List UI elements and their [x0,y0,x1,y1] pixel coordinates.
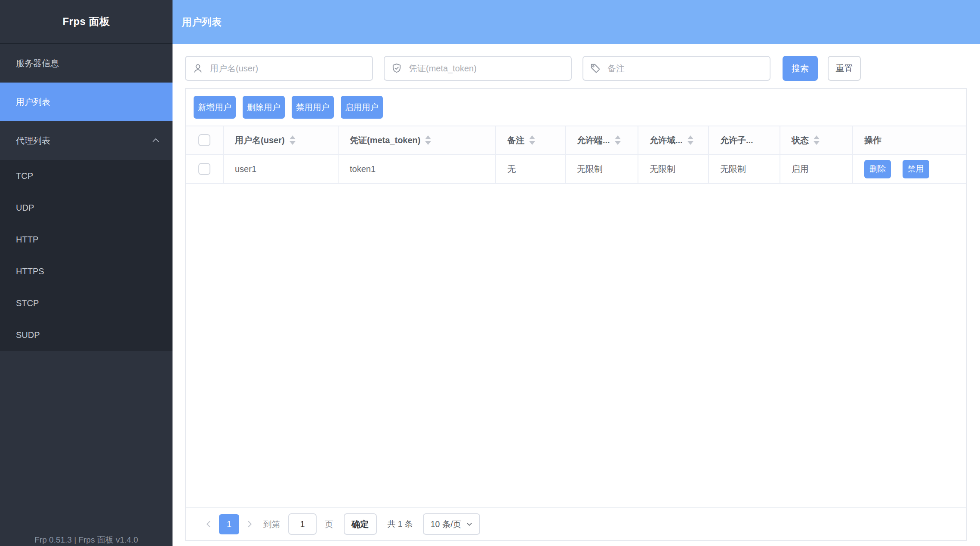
column-header-status[interactable]: 状态 [780,126,853,154]
goto-confirm-button[interactable]: 确定 [344,513,377,535]
username-search-input[interactable] [185,56,373,81]
cell-allow-ports: 无限制 [565,154,638,184]
note-search-input[interactable] [582,56,770,81]
sidebar-item-tcp[interactable]: TCP [0,160,173,192]
select-all-checkbox[interactable] [198,134,210,146]
user-table: 用户名(user) 凭证(meta_token) 备注 [186,126,966,184]
sidebar-item-http[interactable]: HTTP [0,224,173,255]
row-delete-button[interactable]: 删除 [864,160,891,178]
sidebar-item-sudp[interactable]: SUDP [0,319,173,351]
frps-dashboard: Frps 面板 服务器信息 用户列表 代理列表 TCP UDP HTTP HTT… [0,0,980,546]
chevron-up-icon [151,136,160,145]
sidebar-item-server-info[interactable]: 服务器信息 [0,44,173,83]
column-header-allow-domains[interactable]: 允许域... [638,126,709,154]
column-header-allow-subdomains: 允许子... [709,126,780,154]
cell-actions: 删除 禁用 [853,154,966,184]
note-search-field [582,56,770,81]
chevron-down-icon [465,520,474,528]
username-search-field [185,56,373,81]
column-label: 操作 [864,135,881,146]
row-disable-button[interactable]: 禁用 [903,160,929,178]
goto-page-suffix: 页 [325,518,333,530]
search-row: 搜索 重置 [185,56,967,81]
total-count-label: 共 1 条 [388,518,413,530]
sort-caret[interactable] [814,135,820,145]
column-header-actions: 操作 [853,126,966,154]
page-header: 用户列表 [173,0,980,44]
submenu-label: HTTPS [16,267,44,276]
next-page-button[interactable] [245,519,254,529]
toolbar: 新增用户 删除用户 禁用用户 启用用户 [186,89,966,126]
prev-page-button[interactable] [204,519,213,529]
table-empty-space [186,184,966,507]
column-label: 状态 [792,135,809,146]
token-search-input[interactable] [384,56,572,81]
app-title: Frps 面板 [0,0,173,44]
sort-caret[interactable] [615,135,621,145]
page-title: 用户列表 [182,15,222,29]
delete-users-button[interactable]: 删除用户 [243,96,285,119]
sidebar-item-label: 代理列表 [16,135,50,147]
row-checkbox[interactable] [198,163,210,175]
token-search-field [384,56,572,81]
column-label: 允许子... [720,135,753,146]
sidebar-item-https[interactable]: HTTPS [0,255,173,287]
proxy-submenu: TCP UDP HTTP HTTPS STCP SUDP [0,160,173,351]
submenu-label: STCP [16,298,39,308]
cell-token: token1 [338,154,496,184]
main-area: 用户列表 [173,0,980,546]
column-header-user[interactable]: 用户名(user) [223,126,338,154]
sort-caret[interactable] [425,135,431,145]
goto-page-prefix: 到第 [263,518,280,530]
table-header-row: 用户名(user) 凭证(meta_token) 备注 [186,126,966,154]
column-label: 备注 [507,135,524,146]
column-header-token[interactable]: 凭证(meta_token) [338,126,496,154]
column-label: 允许域... [650,135,683,146]
sidebar-item-stcp[interactable]: STCP [0,287,173,319]
submenu-label: TCP [16,171,33,181]
sidebar: Frps 面板 服务器信息 用户列表 代理列表 TCP UDP HTTP HTT… [0,0,173,546]
sidebar-item-proxy-list[interactable]: 代理列表 [0,121,173,160]
sidebar-item-label: 服务器信息 [16,58,59,69]
pagination: 1 到第 页 确定 共 1 条 10 条/页 [186,507,966,540]
cell-status: 启用 [780,154,853,184]
submenu-label: HTTP [16,235,38,245]
cell-allow-subdomains: 无限制 [709,154,780,184]
cell-user: user1 [223,154,338,184]
version-footer: Frp 0.51.3 | Frps 面板 v1.4.0 [0,534,173,546]
column-label: 凭证(meta_token) [350,135,420,146]
enable-users-button[interactable]: 启用用户 [341,96,383,119]
cell-allow-domains: 无限制 [638,154,709,184]
page-size-select[interactable]: 10 条/页 [423,513,481,535]
page-size-value: 10 条/页 [431,518,462,530]
disable-users-button[interactable]: 禁用用户 [292,96,334,119]
column-label: 用户名(user) [235,135,285,146]
sidebar-item-label: 用户列表 [16,96,50,108]
column-header-note[interactable]: 备注 [496,126,565,154]
add-user-button[interactable]: 新增用户 [194,96,236,119]
submenu-label: SUDP [16,330,40,340]
submenu-label: UDP [16,203,34,213]
search-button[interactable]: 搜索 [783,56,818,81]
column-header-allow-ports[interactable]: 允许端... [565,126,638,154]
sort-caret[interactable] [687,135,693,145]
reset-button[interactable]: 重置 [828,56,861,81]
goto-page-input[interactable] [288,513,317,535]
user-table-panel: 新增用户 删除用户 禁用用户 启用用户 用户名(user) [185,88,967,541]
table-row: user1 token1 无 无限制 无限制 无限制 启用 删除 禁用 [186,154,966,184]
sort-caret[interactable] [529,135,535,145]
sidebar-item-udp[interactable]: UDP [0,192,173,224]
sort-caret[interactable] [290,135,296,145]
sidebar-item-user-list[interactable]: 用户列表 [0,83,173,121]
content: 搜索 重置 新增用户 删除用户 禁用用户 启用用户 [173,44,980,541]
page-number-button[interactable]: 1 [219,514,239,534]
cell-note: 无 [496,154,565,184]
column-label: 允许端... [577,135,610,146]
